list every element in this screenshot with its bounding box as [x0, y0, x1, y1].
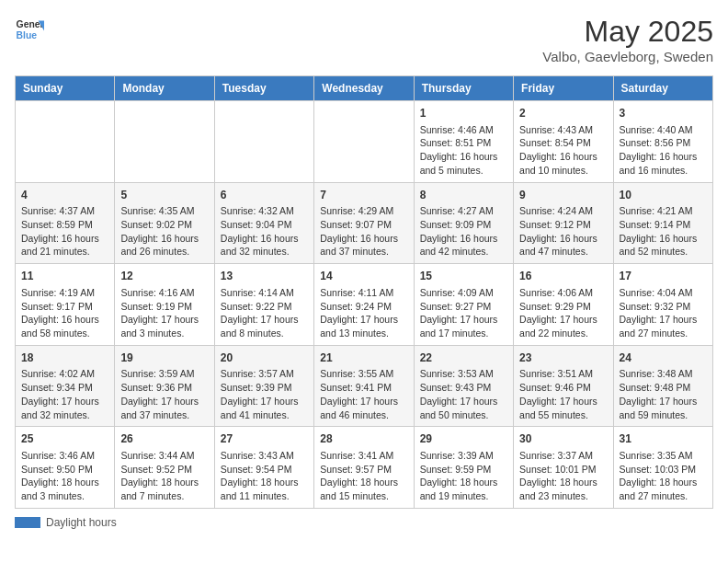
legend-label: Daylight hours	[46, 516, 117, 529]
day-info: Sunrise: 3:46 AM Sunset: 9:50 PM Dayligh…	[21, 449, 108, 503]
day-info: Sunrise: 4:27 AM Sunset: 9:09 PM Dayligh…	[420, 204, 507, 259]
day-cell-17: 17Sunrise: 4:04 AM Sunset: 9:32 PM Dayli…	[613, 264, 712, 346]
day-info: Sunrise: 3:37 AM Sunset: 10:01 PM Daylig…	[519, 449, 607, 503]
day-number: 15	[420, 269, 507, 284]
day-header-wednesday: Wednesday	[314, 76, 414, 101]
day-info: Sunrise: 4:09 AM Sunset: 9:27 PM Dayligh…	[420, 286, 507, 340]
day-number: 22	[420, 350, 507, 366]
day-cell-4: 4Sunrise: 4:37 AM Sunset: 8:59 PM Daylig…	[16, 182, 115, 264]
day-number: 26	[120, 431, 208, 447]
day-header-saturday: Saturday	[613, 76, 712, 101]
day-info: Sunrise: 4:35 AM Sunset: 9:02 PM Dayligh…	[120, 204, 208, 259]
title-block: May 2025 Valbo, Gaevleborg, Sweden	[542, 15, 713, 64]
day-cell-28: 28Sunrise: 3:41 AM Sunset: 9:57 PM Dayli…	[314, 427, 414, 509]
day-number: 2	[519, 106, 607, 121]
day-cell-29: 29Sunrise: 3:39 AM Sunset: 9:59 PM Dayli…	[414, 427, 513, 509]
day-number: 31	[620, 431, 707, 447]
day-cell-22: 22Sunrise: 3:53 AM Sunset: 9:43 PM Dayli…	[414, 345, 513, 427]
day-header-tuesday: Tuesday	[214, 76, 313, 101]
page-header: General Blue May 2025 Valbo, Gaevleborg,…	[15, 15, 713, 64]
day-number: 14	[320, 269, 407, 284]
day-number: 7	[320, 188, 407, 203]
day-info: Sunrise: 4:02 AM Sunset: 9:34 PM Dayligh…	[21, 367, 108, 421]
day-info: Sunrise: 4:46 AM Sunset: 8:51 PM Dayligh…	[420, 123, 507, 178]
day-number: 12	[120, 269, 208, 284]
day-info: Sunrise: 3:43 AM Sunset: 9:54 PM Dayligh…	[221, 449, 308, 503]
day-info: Sunrise: 3:57 AM Sunset: 9:39 PM Dayligh…	[221, 367, 308, 421]
week-row-5: 25Sunrise: 3:46 AM Sunset: 9:50 PM Dayli…	[16, 427, 713, 509]
day-number: 9	[519, 188, 607, 203]
day-cell-12: 12Sunrise: 4:16 AM Sunset: 9:19 PM Dayli…	[115, 264, 214, 346]
day-number: 16	[519, 269, 607, 284]
day-number: 18	[21, 350, 108, 366]
day-cell-27: 27Sunrise: 3:43 AM Sunset: 9:54 PM Dayli…	[214, 427, 313, 509]
day-number: 21	[320, 350, 407, 366]
day-info: Sunrise: 4:43 AM Sunset: 8:54 PM Dayligh…	[519, 123, 607, 178]
week-row-3: 11Sunrise: 4:19 AM Sunset: 9:17 PM Dayli…	[16, 264, 713, 346]
day-cell-19: 19Sunrise: 3:59 AM Sunset: 9:36 PM Dayli…	[115, 345, 214, 427]
day-info: Sunrise: 3:53 AM Sunset: 9:43 PM Dayligh…	[420, 367, 507, 421]
day-headers-row: SundayMondayTuesdayWednesdayThursdayFrid…	[16, 76, 713, 101]
day-cell-30: 30Sunrise: 3:37 AM Sunset: 10:01 PM Dayl…	[514, 427, 613, 509]
day-cell-31: 31Sunrise: 3:35 AM Sunset: 10:03 PM Dayl…	[613, 427, 712, 509]
day-info: Sunrise: 3:51 AM Sunset: 9:46 PM Dayligh…	[519, 367, 607, 421]
day-cell-25: 25Sunrise: 3:46 AM Sunset: 9:50 PM Dayli…	[16, 427, 115, 509]
day-number: 28	[320, 431, 407, 447]
day-cell-14: 14Sunrise: 4:11 AM Sunset: 9:24 PM Dayli…	[314, 264, 414, 346]
svg-text:Blue: Blue	[17, 30, 38, 40]
day-info: Sunrise: 3:48 AM Sunset: 9:48 PM Dayligh…	[620, 367, 707, 421]
day-cell-empty	[16, 101, 115, 183]
day-info: Sunrise: 3:41 AM Sunset: 9:57 PM Dayligh…	[320, 449, 407, 503]
day-cell-16: 16Sunrise: 4:06 AM Sunset: 9:29 PM Dayli…	[514, 264, 613, 346]
day-number: 20	[221, 350, 308, 366]
day-number: 3	[620, 106, 707, 121]
week-row-1: 1Sunrise: 4:46 AM Sunset: 8:51 PM Daylig…	[16, 101, 713, 183]
day-info: Sunrise: 3:44 AM Sunset: 9:52 PM Dayligh…	[120, 449, 208, 503]
day-cell-10: 10Sunrise: 4:21 AM Sunset: 9:14 PM Dayli…	[613, 182, 712, 264]
month-title: May 2025	[542, 15, 713, 49]
day-cell-5: 5Sunrise: 4:35 AM Sunset: 9:02 PM Daylig…	[115, 182, 214, 264]
location-subtitle: Valbo, Gaevleborg, Sweden	[542, 49, 713, 64]
day-info: Sunrise: 4:06 AM Sunset: 9:29 PM Dayligh…	[519, 286, 607, 340]
day-cell-7: 7Sunrise: 4:29 AM Sunset: 9:07 PM Daylig…	[314, 182, 414, 264]
day-cell-11: 11Sunrise: 4:19 AM Sunset: 9:17 PM Dayli…	[16, 264, 115, 346]
day-cell-2: 2Sunrise: 4:43 AM Sunset: 8:54 PM Daylig…	[514, 101, 613, 183]
day-info: Sunrise: 4:37 AM Sunset: 8:59 PM Dayligh…	[21, 204, 108, 259]
day-number: 4	[21, 188, 108, 203]
day-number: 5	[120, 188, 208, 203]
day-info: Sunrise: 3:35 AM Sunset: 10:03 PM Daylig…	[620, 449, 707, 503]
day-info: Sunrise: 4:16 AM Sunset: 9:19 PM Dayligh…	[120, 286, 208, 340]
day-number: 27	[221, 431, 308, 447]
day-number: 24	[620, 350, 707, 366]
week-row-4: 18Sunrise: 4:02 AM Sunset: 9:34 PM Dayli…	[16, 345, 713, 427]
calendar-table: SundayMondayTuesdayWednesdayThursdayFrid…	[15, 75, 713, 509]
legend-box	[15, 517, 40, 528]
day-cell-8: 8Sunrise: 4:27 AM Sunset: 9:09 PM Daylig…	[414, 182, 513, 264]
day-number: 25	[21, 431, 108, 447]
day-cell-6: 6Sunrise: 4:32 AM Sunset: 9:04 PM Daylig…	[214, 182, 313, 264]
day-number: 17	[620, 269, 707, 284]
day-cell-3: 3Sunrise: 4:40 AM Sunset: 8:56 PM Daylig…	[613, 101, 712, 183]
day-number: 1	[420, 106, 507, 121]
day-number: 29	[420, 431, 507, 447]
day-info: Sunrise: 4:19 AM Sunset: 9:17 PM Dayligh…	[21, 286, 108, 340]
day-cell-9: 9Sunrise: 4:24 AM Sunset: 9:12 PM Daylig…	[514, 182, 613, 264]
day-info: Sunrise: 3:59 AM Sunset: 9:36 PM Dayligh…	[120, 367, 208, 421]
day-number: 11	[21, 269, 108, 284]
day-cell-23: 23Sunrise: 3:51 AM Sunset: 9:46 PM Dayli…	[514, 345, 613, 427]
day-number: 10	[620, 188, 707, 203]
day-number: 6	[221, 188, 308, 203]
day-cell-18: 18Sunrise: 4:02 AM Sunset: 9:34 PM Dayli…	[16, 345, 115, 427]
legend: Daylight hours	[15, 516, 713, 529]
day-info: Sunrise: 4:11 AM Sunset: 9:24 PM Dayligh…	[320, 286, 407, 340]
day-info: Sunrise: 4:24 AM Sunset: 9:12 PM Dayligh…	[519, 204, 607, 259]
day-cell-21: 21Sunrise: 3:55 AM Sunset: 9:41 PM Dayli…	[314, 345, 414, 427]
day-cell-13: 13Sunrise: 4:14 AM Sunset: 9:22 PM Dayli…	[214, 264, 313, 346]
day-info: Sunrise: 3:55 AM Sunset: 9:41 PM Dayligh…	[320, 367, 407, 421]
day-header-thursday: Thursday	[414, 76, 513, 101]
day-number: 8	[420, 188, 507, 203]
day-info: Sunrise: 4:21 AM Sunset: 9:14 PM Dayligh…	[620, 204, 707, 259]
day-number: 30	[519, 431, 607, 447]
day-info: Sunrise: 4:04 AM Sunset: 9:32 PM Dayligh…	[620, 286, 707, 340]
day-info: Sunrise: 4:32 AM Sunset: 9:04 PM Dayligh…	[221, 204, 308, 259]
